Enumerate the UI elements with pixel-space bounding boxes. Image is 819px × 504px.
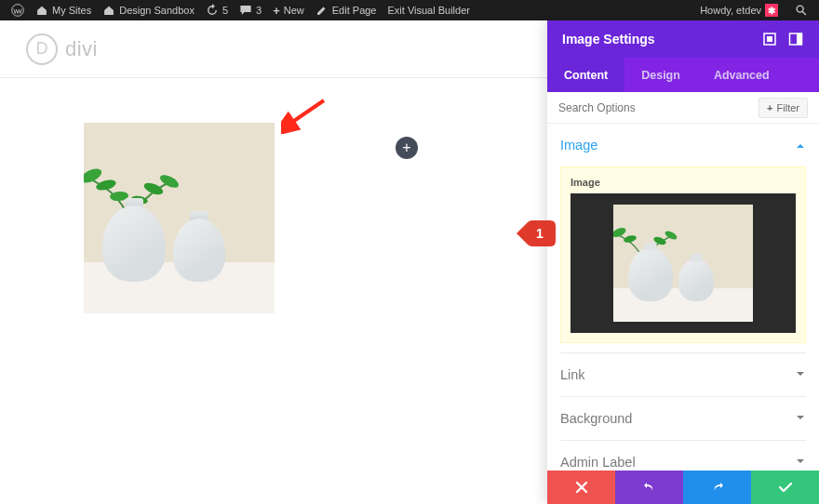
wp-admin-bar: My Sites Design Sandbox 5 3 +New Edit Pa… (0, 0, 819, 20)
image-module[interactable] (84, 123, 275, 313)
image-thumbnail (613, 205, 753, 322)
cancel-button[interactable] (547, 471, 615, 504)
tab-design[interactable]: Design (624, 58, 697, 92)
section-admin-label-label: Admin Label (560, 455, 636, 470)
search-toggle[interactable] (789, 0, 813, 20)
section-link-label: Link (560, 367, 585, 382)
search-input[interactable] (558, 101, 753, 114)
section-image[interactable]: Image (560, 124, 806, 166)
section-link[interactable]: Link (560, 352, 806, 396)
divi-logo[interactable]: D divi (26, 33, 98, 65)
comments-link[interactable]: 3 (234, 0, 267, 20)
undo-button[interactable] (615, 471, 683, 504)
plus-icon: + (402, 139, 410, 156)
tab-advanced[interactable]: Advanced (697, 58, 786, 92)
panel-title: Image Settings (562, 32, 752, 46)
section-image-label: Image (560, 138, 597, 153)
svg-line-2 (802, 11, 806, 15)
chevron-down-icon (795, 410, 806, 427)
howdy-label: Howdy, etdev (700, 5, 761, 16)
svg-point-6 (142, 180, 165, 197)
divi-logo-icon: D (26, 33, 58, 65)
filter-label: Filter (777, 102, 799, 113)
updates-count: 5 (222, 5, 228, 16)
add-module-button[interactable]: + (396, 137, 418, 159)
panel-header: Image Settings (547, 20, 819, 58)
howdy-link[interactable]: Howdy, etdev✱ (694, 0, 784, 20)
image-upload-button[interactable] (571, 193, 796, 333)
my-sites-label: My Sites (52, 5, 91, 16)
panel-tabs: Content Design Advanced (547, 58, 819, 92)
svg-point-1 (797, 6, 803, 12)
sidebar-toggle-button[interactable] (787, 31, 804, 47)
filter-button[interactable]: +Filter (759, 98, 808, 118)
image-field-label: Image (571, 177, 796, 188)
panel-search: +Filter (547, 92, 819, 124)
chevron-down-icon (795, 454, 806, 471)
edit-page-label: Edit Page (332, 5, 377, 16)
svg-point-4 (95, 178, 117, 192)
site-link[interactable]: Design Sandbox (97, 0, 200, 20)
comments-count: 3 (256, 5, 262, 16)
save-button[interactable] (751, 471, 819, 504)
divi-logo-text: divi (65, 37, 98, 61)
section-background[interactable]: Background (560, 396, 806, 440)
chevron-down-icon (795, 366, 806, 383)
wp-logo[interactable] (6, 0, 30, 20)
svg-rect-12 (767, 36, 772, 42)
section-admin-label[interactable]: Admin Label (560, 440, 806, 471)
svg-point-15 (613, 226, 627, 239)
vases-icon (102, 206, 225, 282)
chevron-up-icon (795, 137, 806, 153)
updates-link[interactable]: 5 (200, 0, 234, 20)
exit-visual-builder-link[interactable]: Exit Visual Builder (382, 0, 475, 20)
section-background-label: Background (560, 411, 632, 426)
page-canvas: + (0, 78, 547, 504)
settings-panel: Image Settings Content Design Advanced +… (547, 20, 819, 504)
panel-footer (547, 471, 819, 504)
edit-page-link[interactable]: Edit Page (310, 0, 383, 20)
svg-rect-14 (797, 33, 802, 45)
avatar: ✱ (765, 4, 778, 17)
my-sites-link[interactable]: My Sites (30, 0, 97, 20)
svg-line-9 (289, 100, 324, 125)
image-field: Image (560, 166, 806, 343)
panel-body: Image Image (547, 124, 819, 471)
site-name-label: Design Sandbox (119, 5, 195, 16)
redo-button[interactable] (683, 471, 751, 504)
tab-content[interactable]: Content (547, 58, 624, 92)
new-label: New (284, 5, 304, 16)
expand-panel-button[interactable] (761, 31, 778, 47)
exit-vb-label: Exit Visual Builder (387, 5, 469, 16)
new-link[interactable]: +New (267, 0, 310, 20)
annotation-arrow (281, 97, 328, 134)
